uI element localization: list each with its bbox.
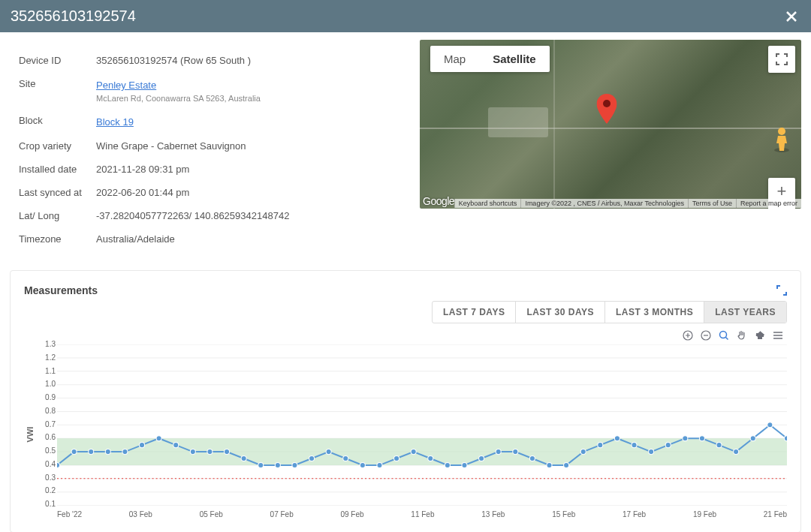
svg-point-32 [241,455,246,461]
device-id-label: Device ID [19,55,96,66]
svg-point-23 [89,449,94,455]
map-feature [488,107,548,137]
svg-point-57 [665,443,671,448]
map-marker-icon[interactable] [596,94,617,124]
svg-point-56 [649,449,654,455]
map-type-satellite[interactable]: Satellite [479,46,550,72]
block-label: Block [19,115,96,126]
svg-point-55 [632,443,637,448]
svg-point-42 [411,449,416,455]
tab-last-7-days[interactable]: LAST 7 DAYS [433,302,516,323]
svg-point-60 [716,443,722,448]
svg-point-39 [360,462,365,467]
modal-header: 352656103192574 [0,0,811,32]
svg-point-25 [122,449,128,455]
svg-point-58 [683,436,688,441]
last-synced-label: Last synced at [19,187,96,198]
site-link[interactable]: Penley Estate [96,80,156,91]
streetview-icon[interactable] [768,125,795,154]
svg-point-61 [734,449,739,455]
y-axis-ticks: 1.31.21.11.00.90.80.70.60.50.40.30.20.1 [36,340,56,508]
crop-variety-value: Wine Grape - Cabernet Sauvignon [96,140,246,152]
tab-last-years[interactable]: LAST YEARS [704,302,786,323]
svg-point-37 [326,449,331,455]
svg-point-64 [784,436,787,441]
expand-icon[interactable] [776,285,787,296]
line-chart[interactable] [57,344,787,506]
map-type-map[interactable]: Map [430,46,479,72]
modal-title: 352656103192574 [11,8,136,25]
svg-point-35 [292,462,297,467]
svg-point-28 [173,443,179,448]
svg-point-59 [699,436,704,441]
svg-point-46 [479,455,484,461]
svg-point-27 [156,436,161,441]
pan-icon[interactable] [736,329,748,341]
device-id-value: 352656103192574 (Row 65 South ) [96,55,251,66]
x-axis-ticks: Feb '2203 Feb05 Feb07 Feb09 Feb11 Feb13 … [57,510,787,518]
svg-point-49 [529,455,535,461]
installed-date-label: Installed date [19,164,96,175]
crop-variety-label: Crop variety [19,140,96,152]
svg-point-29 [190,449,195,455]
latlong-value: -37.28204057772263/ 140.86259342148742 [96,210,289,221]
close-icon[interactable] [782,8,800,26]
svg-point-34 [275,462,280,467]
zoom-in-icon[interactable] [682,329,694,341]
svg-point-62 [750,436,755,441]
chart-toolbar [24,329,787,341]
svg-point-53 [598,443,603,448]
block-link[interactable]: Block 19 [96,116,134,128]
svg-point-63 [767,422,773,428]
y-axis-label: VWI [26,427,35,443]
svg-point-2 [603,100,611,107]
svg-point-45 [462,462,467,467]
terms-link[interactable]: Terms of Use [688,199,736,208]
svg-point-40 [377,462,382,467]
svg-point-21 [57,462,60,467]
svg-point-47 [496,449,501,455]
svg-point-33 [258,462,264,467]
installed-date-value: 2021-11-28 09:31 pm [96,164,189,175]
svg-point-50 [547,462,552,467]
zoom-out-icon[interactable] [700,329,712,341]
svg-point-26 [139,443,144,448]
device-details: Device ID 352656103192574 (Row 65 South … [10,40,412,252]
timezone-value: Australia/Adelaide [96,233,175,245]
latlong-label: Lat/ Long [19,210,96,221]
svg-point-44 [445,462,450,467]
chart-area: VWI 1.31.21.11.00.90.80.70.60.50.40.30.2… [24,344,787,524]
tab-last-30-days[interactable]: LAST 30 DAYS [516,302,605,323]
reset-icon[interactable] [754,329,766,341]
svg-point-48 [513,449,518,455]
timezone-label: Timezone [19,233,96,245]
svg-point-5 [720,332,727,338]
report-error-link[interactable]: Report a map error [736,199,801,208]
map-pane[interactable]: Map Satellite + − Google Keyboard shortc… [420,40,801,209]
map-type-toggle: Map Satellite [430,46,550,72]
imagery-attribution: Imagery ©2022 , CNES / Airbus, Maxar Tec… [520,199,688,208]
menu-icon[interactable] [772,329,784,341]
svg-point-31 [224,449,229,455]
svg-point-24 [105,449,110,455]
tab-last-3-months[interactable]: LAST 3 MONTHS [605,302,704,323]
svg-point-52 [580,449,586,455]
measurements-title: Measurements [24,284,98,296]
svg-rect-19 [57,438,787,465]
map-footer: Keyboard shortcuts Imagery ©2022 , CNES … [420,198,801,209]
svg-point-1 [778,128,785,135]
svg-point-22 [71,449,77,455]
svg-point-36 [309,455,315,461]
keyboard-shortcuts-link[interactable]: Keyboard shortcuts [454,199,521,208]
site-address: McLaren Rd, Coonawarra SA 5263, Australi… [96,94,261,103]
zoom-select-icon[interactable] [718,329,730,341]
svg-point-54 [614,436,620,441]
svg-point-43 [428,455,433,461]
svg-point-51 [564,462,569,467]
measurements-card: Measurements LAST 7 DAYS LAST 30 DAYS LA… [10,270,801,532]
map-fullscreen-button[interactable] [768,46,795,73]
svg-point-30 [207,449,213,455]
svg-point-41 [394,455,399,461]
last-synced-value: 2022-06-20 01:44 pm [96,187,189,198]
svg-point-38 [343,455,348,461]
